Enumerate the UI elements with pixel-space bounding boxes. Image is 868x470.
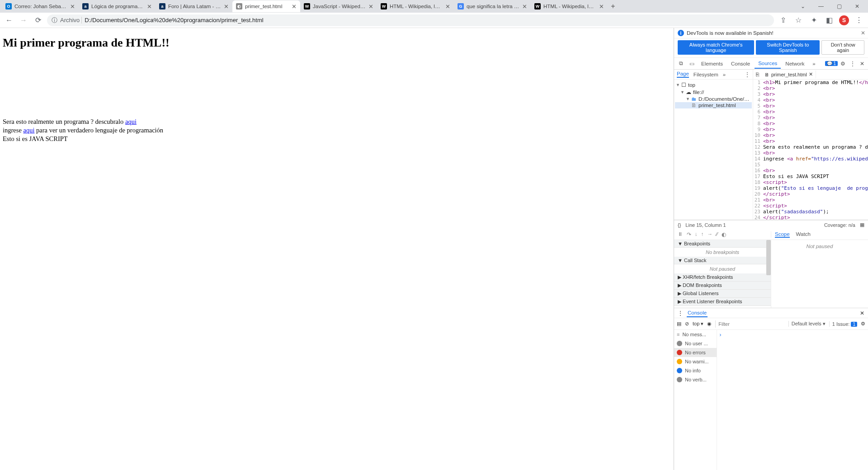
- subtab-filesystem[interactable]: Filesystem: [693, 72, 718, 77]
- deactivate-bp-icon[interactable]: ⁄⁄: [716, 231, 718, 238]
- back-button[interactable]: ←: [4, 15, 14, 26]
- console-output[interactable]: ›: [717, 330, 868, 470]
- browser-tab[interactable]: aLógica de programación: P✕: [79, 0, 156, 12]
- device-icon[interactable]: ▭: [687, 61, 697, 67]
- scrollbar-thumb[interactable]: [766, 240, 771, 275]
- code-line[interactable]: 21<br>: [753, 197, 868, 203]
- panel-dom[interactable]: ▶ DOM Breakpoints: [674, 282, 771, 290]
- code-line[interactable]: 22<script>: [753, 203, 868, 209]
- tab-network[interactable]: Network: [782, 59, 808, 68]
- tab-scope[interactable]: Scope: [775, 231, 790, 238]
- step-over-icon[interactable]: ↷: [687, 231, 691, 238]
- close-tab-icon[interactable]: ✕: [147, 3, 152, 10]
- coverage-icon[interactable]: ▦: [860, 222, 864, 228]
- live-expr-icon[interactable]: ◉: [707, 321, 712, 327]
- code-line[interactable]: 20</script>: [753, 191, 868, 197]
- gear-icon[interactable]: ⚙: [861, 321, 865, 327]
- reload-button[interactable]: ⟳: [33, 15, 43, 26]
- close-tab-icon[interactable]: ✕: [70, 3, 75, 10]
- console-drawer-tab[interactable]: Console: [687, 309, 708, 317]
- pause-icon[interactable]: ⏸: [678, 231, 683, 238]
- panel-breakpoints[interactable]: ▼ Breakpoints: [674, 240, 771, 248]
- step-out-icon[interactable]: ↑: [701, 231, 704, 238]
- browser-tab[interactable]: WHTML - Wikipedia, la encic✕: [377, 0, 454, 12]
- kebab-icon[interactable]: ⋮: [745, 71, 750, 78]
- sidebar-toggle-icon[interactable]: ▤: [677, 321, 681, 327]
- braces-icon[interactable]: {}: [678, 222, 681, 228]
- code-line[interactable]: 16<br>: [753, 168, 868, 174]
- issues-badge[interactable]: 💬1: [825, 61, 838, 66]
- profile-avatar[interactable]: S: [839, 15, 849, 25]
- browser-tab[interactable]: WHTML - Wikipedia, la encic✕: [531, 0, 608, 12]
- code-line[interactable]: 19alert("Esto si es lenguaje de programa…: [753, 185, 868, 191]
- close-window-icon[interactable]: ✕: [851, 1, 863, 11]
- close-tab-icon[interactable]: ✕: [445, 3, 450, 10]
- console-filter-input[interactable]: [715, 320, 784, 328]
- inspect-icon[interactable]: ⧉: [676, 61, 686, 66]
- share-icon[interactable]: ⇪: [778, 15, 788, 26]
- code-line[interactable]: 23alert("sadasdasdasd");: [753, 209, 868, 215]
- code-line[interactable]: 24</script>: [753, 215, 868, 220]
- maximize-icon[interactable]: ▢: [833, 1, 845, 11]
- close-tab-icon[interactable]: ✕: [368, 3, 373, 10]
- code-line[interactable]: 2<br>: [753, 85, 868, 91]
- filter-row[interactable]: No verb...: [674, 375, 717, 384]
- code-line[interactable]: 10<br>: [753, 132, 868, 138]
- kebab-icon[interactable]: ⋮: [848, 60, 857, 68]
- extensions-icon[interactable]: ✦: [808, 15, 819, 26]
- address-bar[interactable]: ⓘ Archivo D:/Documents/One/Logica%20de%2…: [47, 14, 774, 26]
- code-editor[interactable]: 1<h1>Mi primer programa de HTML!!</h1>2<…: [753, 80, 868, 220]
- browser-tab[interactable]: aForo | Alura Latam - Cursos✕: [156, 0, 232, 12]
- chevron-down-icon[interactable]: ⌄: [797, 1, 809, 11]
- more-subtabs-icon[interactable]: »: [723, 72, 726, 77]
- panel-callstack[interactable]: ▼ Call Stack: [674, 257, 771, 264]
- close-tab-icon[interactable]: ✕: [599, 3, 604, 10]
- tree-file[interactable]: 🗎primer_test.html: [675, 102, 752, 108]
- link-aqui-1[interactable]: aqui: [125, 118, 137, 125]
- close-tab-icon[interactable]: ✕: [224, 3, 229, 10]
- code-line[interactable]: 9<br>: [753, 127, 868, 132]
- sidepanel-icon[interactable]: ◧: [824, 15, 835, 26]
- code-line[interactable]: 15: [753, 162, 868, 168]
- code-line[interactable]: 8<br>: [753, 121, 868, 127]
- code-line[interactable]: 18<script>: [753, 179, 868, 185]
- switch-language-button[interactable]: Switch DevTools to Spanish: [756, 40, 820, 55]
- code-line[interactable]: 11<br>: [753, 138, 868, 144]
- gear-icon[interactable]: ⚙: [839, 60, 847, 68]
- code-line[interactable]: 6<br>: [753, 109, 868, 115]
- panel-global[interactable]: ▶ Global Listeners: [674, 290, 771, 298]
- tab-elements[interactable]: Elements: [698, 59, 726, 68]
- clear-console-icon[interactable]: ⊘: [685, 321, 689, 327]
- close-icon[interactable]: ✕: [861, 30, 865, 36]
- kebab-icon[interactable]: ⋮: [678, 310, 683, 316]
- code-line[interactable]: 3<br>: [753, 91, 868, 97]
- context-selector[interactable]: top ▾: [693, 321, 703, 327]
- browser-tab[interactable]: WJavaScript - Wikipedia, la e✕: [300, 0, 377, 12]
- code-line[interactable]: 13<br>: [753, 150, 868, 156]
- close-drawer-icon[interactable]: ✕: [860, 310, 864, 316]
- issues-link[interactable]: 1 Issue: 1: [829, 321, 857, 327]
- tree-folder[interactable]: ▼🖿D:/Documents/One/Logica de: [675, 96, 752, 102]
- code-line[interactable]: 7<br>: [753, 115, 868, 121]
- tab-sources[interactable]: Sources: [755, 59, 781, 69]
- close-tab-icon[interactable]: ✕: [522, 3, 527, 10]
- browser-tab[interactable]: OCorreo: Johan Sebastian S✕: [2, 0, 79, 12]
- link-aqui-2[interactable]: aqui: [24, 127, 35, 134]
- code-line[interactable]: 14ingrese <a href="https://es.wikipedia.…: [753, 156, 868, 162]
- tab-console[interactable]: Console: [727, 59, 754, 68]
- browser-tab[interactable]: ◐primer_test.html✕: [232, 0, 300, 12]
- bookmark-icon[interactable]: ☆: [793, 15, 804, 26]
- match-language-button[interactable]: Always match Chrome's language: [678, 40, 754, 55]
- tree-top[interactable]: ▼☐top: [675, 81, 752, 89]
- filter-row[interactable]: No user ...: [674, 339, 717, 348]
- filter-row[interactable]: No warni...: [674, 357, 717, 366]
- close-devtools-icon[interactable]: ✕: [858, 60, 866, 68]
- browser-tab[interactable]: Gque significa la letra a en h✕: [454, 0, 531, 12]
- dock-icon[interactable]: ⎘: [756, 72, 759, 77]
- more-tabs-icon[interactable]: »: [809, 61, 819, 66]
- tree-origin[interactable]: ▼☁file://: [675, 89, 752, 96]
- code-line[interactable]: 12Sera esto realmente un programa ? desc…: [753, 144, 868, 150]
- filter-row[interactable]: No errors: [674, 348, 717, 357]
- step-icon[interactable]: →: [708, 231, 713, 238]
- filter-row[interactable]: No info: [674, 366, 717, 375]
